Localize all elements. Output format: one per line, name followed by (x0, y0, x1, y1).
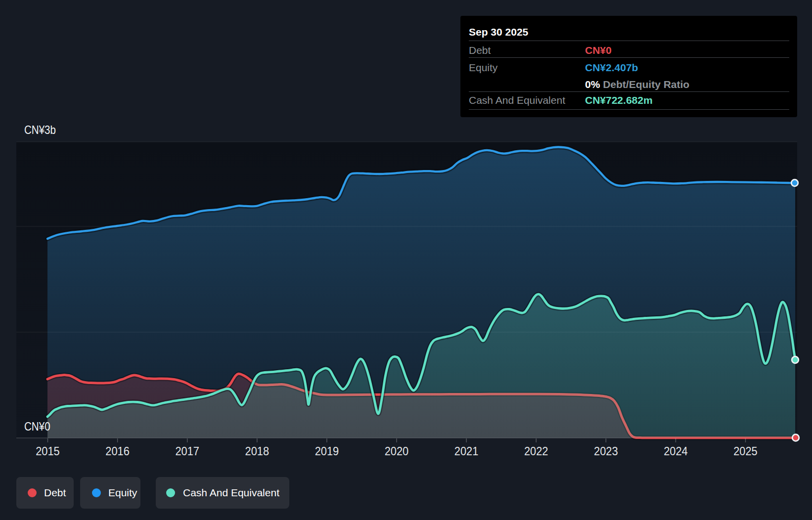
svg-text:2025: 2025 (733, 445, 758, 458)
svg-text:2021: 2021 (454, 445, 479, 458)
svg-text:2019: 2019 (315, 445, 339, 458)
svg-text:2018: 2018 (245, 445, 270, 458)
svg-text:2024: 2024 (664, 445, 688, 458)
svg-text:2017: 2017 (175, 445, 199, 458)
svg-text:2022: 2022 (524, 445, 548, 458)
svg-text:2016: 2016 (105, 445, 130, 458)
svg-text:CN¥0: CN¥0 (24, 420, 50, 433)
svg-text:2015: 2015 (36, 445, 60, 458)
svg-text:CN¥3b: CN¥3b (24, 123, 56, 136)
svg-text:2023: 2023 (594, 445, 618, 458)
svg-text:2020: 2020 (385, 445, 409, 458)
